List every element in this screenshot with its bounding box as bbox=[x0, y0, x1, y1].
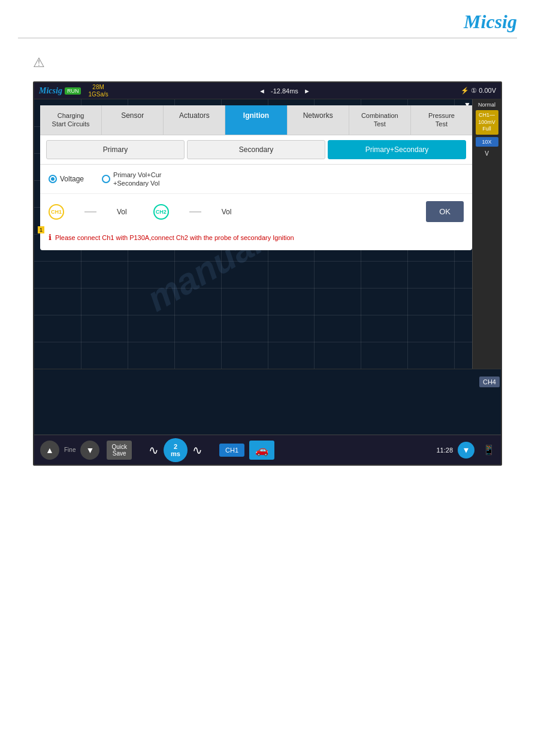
scope-grid-area: manualslib.com ▼ 1 ChargingStart Circuit… bbox=[34, 99, 501, 369]
info-icon: ℹ bbox=[49, 233, 52, 242]
toolbar-fine-label: Fine bbox=[64, 447, 75, 453]
scope-logo: Micsig bbox=[39, 86, 62, 96]
tab-combination[interactable]: CombinationTest bbox=[349, 105, 411, 135]
toolbar-time-right: 11:28 bbox=[436, 447, 453, 454]
radio-row: Voltage Primary Vol+Cur+Secondary Vol bbox=[40, 165, 472, 195]
radio-primary-circle bbox=[102, 175, 110, 183]
ch2-badge: CH2 bbox=[153, 204, 169, 220]
scope-main-area: manualslib.com ▼ 1 ChargingStart Circuit… bbox=[34, 99, 501, 369]
warning-area: ⚠ bbox=[0, 49, 535, 77]
tab-networks[interactable]: Networks bbox=[288, 105, 349, 135]
micsig-logo: Micsig bbox=[464, 11, 517, 33]
ch2-line bbox=[189, 211, 201, 212]
scope-time-offset: ◄ -12.84ms ► bbox=[117, 87, 452, 95]
tab-charging[interactable]: ChargingStart Circuits bbox=[40, 105, 102, 135]
radio-voltage[interactable]: Voltage bbox=[49, 175, 84, 183]
scope-topbar: Micsig RUN 28M 1GSa/s ◄ -12.84ms ► ⚡ ① 0… bbox=[34, 83, 501, 99]
subtab-primary[interactable]: Primary bbox=[46, 140, 185, 159]
toolbar-arrow-up[interactable]: ▲ bbox=[40, 441, 59, 460]
ch1-badge: CH1 bbox=[49, 204, 64, 220]
scope-bottom-area: CH4 bbox=[34, 369, 501, 435]
tab-sensor[interactable]: Sensor bbox=[102, 105, 164, 135]
scope-overlay-panel: ChargingStart Circuits Sensor Actuators … bbox=[40, 105, 472, 250]
info-message: Please connect Ch1 with P130A,connect Ch… bbox=[55, 234, 294, 241]
scope-run-badge: RUN bbox=[65, 87, 81, 95]
radio-voltage-label: Voltage bbox=[60, 175, 84, 183]
scope-normal-label[interactable]: Normal bbox=[478, 102, 495, 108]
toolbar-arrow-down[interactable]: ▼ bbox=[80, 441, 99, 460]
toolbar-quick-save[interactable]: Quick Save bbox=[107, 441, 132, 460]
page-header: Micsig bbox=[0, 0, 535, 38]
warning-icon: ⚠ bbox=[33, 55, 45, 71]
ok-button[interactable]: OK bbox=[426, 201, 464, 222]
tab-pressure[interactable]: PressureTest bbox=[411, 105, 472, 135]
subtab-row: Primary Secondary Primary+Secondary bbox=[40, 135, 472, 165]
info-row: ℹ Please connect Ch1 with P130A,connect … bbox=[40, 229, 472, 250]
toolbar-chevron-down[interactable]: ▾ bbox=[458, 442, 474, 459]
toolbar-wave1-icon[interactable]: ∿ bbox=[149, 443, 159, 457]
scope-10x-btn[interactable]: 10X bbox=[476, 137, 498, 147]
toolbar-car-btn[interactable]: 🚗 bbox=[249, 441, 274, 460]
oscilloscope-container: Micsig RUN 28M 1GSa/s ◄ -12.84ms ► ⚡ ① 0… bbox=[33, 81, 502, 466]
channel-row: CH1 Vol CH2 Vol OK bbox=[40, 194, 472, 229]
toolbar-wave2-icon[interactable]: ∿ bbox=[192, 443, 202, 457]
toolbar-ch1-btn[interactable]: CH1 bbox=[219, 444, 244, 457]
tab-row: ChargingStart Circuits Sensor Actuators … bbox=[40, 105, 472, 135]
ch2-vol-label: Vol bbox=[222, 208, 232, 216]
subtab-primary-secondary[interactable]: Primary+Secondary bbox=[328, 140, 466, 159]
tab-ignition[interactable]: Ignition bbox=[225, 105, 287, 135]
ch1-line bbox=[84, 211, 96, 212]
tab-actuators[interactable]: Actuators bbox=[164, 105, 225, 135]
radio-primary-vol[interactable]: Primary Vol+Cur+Secondary Vol bbox=[102, 171, 161, 188]
radio-primary-label: Primary Vol+Cur+Secondary Vol bbox=[113, 171, 161, 188]
ch1-marker: 1 bbox=[38, 226, 44, 233]
toolbar-phone-icon: 📱 bbox=[483, 444, 495, 456]
scope-stat1: 28M 1GSa/s bbox=[88, 84, 108, 98]
subtab-secondary[interactable]: Secondary bbox=[187, 140, 325, 159]
scope-ch1-btn[interactable]: CH1— 100mV Full bbox=[476, 110, 498, 135]
scope-toolbar: ▲ Fine ▼ Quick Save ∿ 2 ms ∿ CH1 🚗 11:28… bbox=[34, 435, 501, 464]
header-divider bbox=[18, 38, 517, 38]
ch4-badge[interactable]: CH4 bbox=[479, 377, 500, 387]
radio-voltage-circle bbox=[49, 175, 57, 183]
scope-trigger-val: ⚡ ① 0.00V bbox=[461, 87, 496, 95]
ch1-vol-label: Vol bbox=[117, 208, 127, 216]
scope-v-btn[interactable]: V bbox=[482, 149, 491, 158]
toolbar-time-display[interactable]: 2 ms bbox=[164, 438, 188, 462]
